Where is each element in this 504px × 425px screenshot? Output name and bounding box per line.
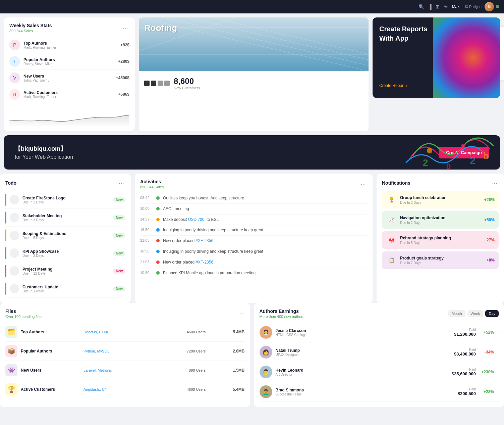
- notif-icon: 🎯: [386, 235, 397, 245]
- stats-icon: B: [9, 89, 20, 100]
- activity-text: AEOL meeting: [163, 206, 189, 212]
- sq-light2: [164, 81, 170, 86]
- file-item: 📦 Popular Authors Python, MySQL 7200 Use…: [5, 342, 245, 361]
- chevron-right-icon[interactable]: ›: [497, 389, 499, 394]
- activity-text: Make deposit USD 700. to ESL: [163, 217, 219, 223]
- todo-more[interactable]: ⋯: [117, 179, 125, 187]
- todo-items-list: Create FireStone Logo Due In 2 Days New …: [5, 191, 125, 298]
- activity-link[interactable]: #XF-2356.: [195, 260, 214, 265]
- weekly-sales-subtitle: 890,344 Sales: [9, 29, 52, 33]
- weekly-sales-more[interactable]: ⋯: [121, 24, 129, 32]
- activity-text: New order placed #XF-2356.: [163, 238, 214, 244]
- author-change: +52%: [479, 330, 494, 335]
- todo-item: Customers Update Due In 1 week New: [5, 280, 125, 298]
- files-more[interactable]: ⋯: [237, 310, 245, 318]
- file-tags: ReactJs, HTML: [83, 330, 155, 334]
- activity-text: Indulging in poorly driving and keep str…: [163, 227, 263, 233]
- activities-subtitle: 890,344 Sales: [140, 185, 164, 189]
- files-title: Files: [5, 309, 42, 314]
- author-item: 👩 Natali Trump UI/UX Designer Paid $3,40…: [260, 342, 499, 362]
- tab-month[interactable]: Month: [448, 310, 465, 317]
- tab-day[interactable]: Day: [485, 310, 499, 317]
- todo-badge: New: [113, 286, 125, 291]
- activity-time: 16:50: [140, 228, 153, 232]
- notif-info: Group lunch celebration Due In 2 Days: [400, 195, 481, 204]
- file-icon: 📦: [5, 345, 17, 357]
- weekly-sales-header: Weekly Sales Stats 890,344 Sales ⋯: [9, 23, 129, 33]
- new-customers-stats: 8,600 New Customers: [174, 77, 200, 90]
- stats-info: Active Customers Mark, Rowling, Esther: [23, 90, 115, 99]
- activity-dot: [156, 261, 160, 264]
- todo-info: Project Meeting Due In 12 Days: [22, 267, 110, 275]
- activity-item: 10:30 Finance KPI Mobile app launch prep…: [140, 268, 367, 279]
- activity-time: 08:42: [140, 196, 153, 200]
- chevron-right-icon[interactable]: ›: [497, 330, 499, 335]
- notifications-more[interactable]: ⋯: [491, 179, 499, 187]
- sq-dark2: [151, 81, 156, 86]
- file-users: 4600 Users: [158, 330, 206, 334]
- svg-line-1: [163, 17, 369, 71]
- author-avatar: 👨: [260, 366, 272, 378]
- online-dot: [496, 5, 499, 8]
- activity-link[interactable]: #XF-2356.: [195, 238, 214, 243]
- notif-value: +28%: [484, 197, 495, 202]
- stats-icon: T: [9, 56, 20, 67]
- search-icon[interactable]: 🔍: [418, 4, 424, 9]
- files-card: Files Over 100 pending files ⋯ 🗂️ Top Au…: [0, 303, 250, 407]
- notif-icon: 📈: [386, 215, 397, 225]
- sales-item: P Top Authors Mark, Rowling, Esther +82$: [9, 37, 129, 53]
- file-size: 5.4MB: [209, 387, 244, 392]
- activity-link[interactable]: USD 700.: [188, 217, 206, 222]
- file-name: Popular Authors: [21, 349, 80, 353]
- activity-items-list: 08:42 Outlines keep you honest. And keep…: [140, 193, 367, 278]
- activity-text: Outlines keep you honest. And keep struc…: [163, 195, 244, 201]
- files-list: 🗂️ Top Authors ReactJs, HTML 4600 Users …: [5, 323, 245, 399]
- author-item: 👨‍🦱 Brad Simmons Successful Fellas Paid …: [260, 382, 499, 402]
- grid-icon[interactable]: ⊞: [436, 4, 440, 9]
- files-header: Files Over 100 pending files ⋯: [5, 309, 245, 319]
- notif-value: -27%: [485, 238, 495, 242]
- file-users: 890 Users: [158, 368, 206, 372]
- notif-info: Rebrand strategy planning Due In 5 Days: [400, 236, 482, 245]
- brightness-icon[interactable]: ☀: [444, 4, 448, 9]
- planet-decoration: [433, 17, 500, 98]
- file-icon: 👾: [5, 364, 17, 376]
- chevron-right-icon[interactable]: ›: [497, 350, 499, 355]
- notifications-card: Notifications ⋯ 🏆 Group lunch celebratio…: [377, 174, 504, 303]
- author-info: Kevin Leonard Art Director: [276, 368, 448, 376]
- todo-badge: New: [113, 215, 125, 220]
- activity-time: 10:30: [140, 271, 153, 275]
- file-size: 1.5MB: [209, 368, 244, 373]
- file-name: Top Authors: [21, 330, 80, 334]
- activity-item: 08:42 Outlines keep you honest. And keep…: [140, 193, 367, 204]
- svg-text:2: 2: [470, 154, 476, 167]
- activity-dot: [156, 271, 160, 275]
- todo-item: Project Meeting Due In 12 Days New: [5, 262, 125, 280]
- activity-dot: [156, 228, 160, 232]
- row4: Files Over 100 pending files ⋯ 🗂️ Top Au…: [0, 303, 504, 407]
- new-customers-label: New Customers: [174, 86, 200, 90]
- notif-info: Navigation optimization Due In 2 Days: [400, 216, 481, 225]
- todo-info: Create FireStone Logo Due In 2 Days: [22, 196, 110, 204]
- campaign-decoration: 2 0 2 b: [399, 135, 500, 170]
- user-name: Max: [452, 4, 460, 9]
- stats-info: New Users John, Pat, Jimmy: [23, 74, 113, 82]
- tab-week[interactable]: Week: [467, 310, 484, 317]
- todo-item: Create FireStone Logo Due In 2 Days New: [5, 191, 125, 209]
- author-avatar: 👩: [260, 346, 272, 359]
- weekly-sales-card: Weekly Sales Stats 890,344 Sales ⋯ P Top…: [4, 17, 135, 131]
- roofing-image: Roofing: [139, 17, 369, 71]
- chevron-right-icon[interactable]: ›: [497, 370, 499, 374]
- file-name: New Users: [21, 368, 80, 373]
- svg-point-9: [461, 144, 465, 148]
- stats-info: Top Authors Mark, Rowling, Esther: [23, 41, 117, 49]
- author-info: Brad Simmons Successful Fellas: [276, 388, 454, 396]
- activities-more[interactable]: ⋯: [359, 180, 367, 188]
- activity-item: 21:03 New order placed #XF-2356.: [140, 257, 367, 268]
- square-icons: [144, 81, 170, 86]
- file-size: 5.4MB: [209, 330, 244, 334]
- campaign-text: 【biqubiqu.com】 for Your Web Application: [15, 145, 73, 160]
- stats-icon: P: [9, 40, 20, 50]
- authors-earnings-card: Authors Earnings More than 400 new autho…: [254, 303, 504, 407]
- sales-item: B Active Customers Mark, Rowling, Esther…: [9, 86, 129, 102]
